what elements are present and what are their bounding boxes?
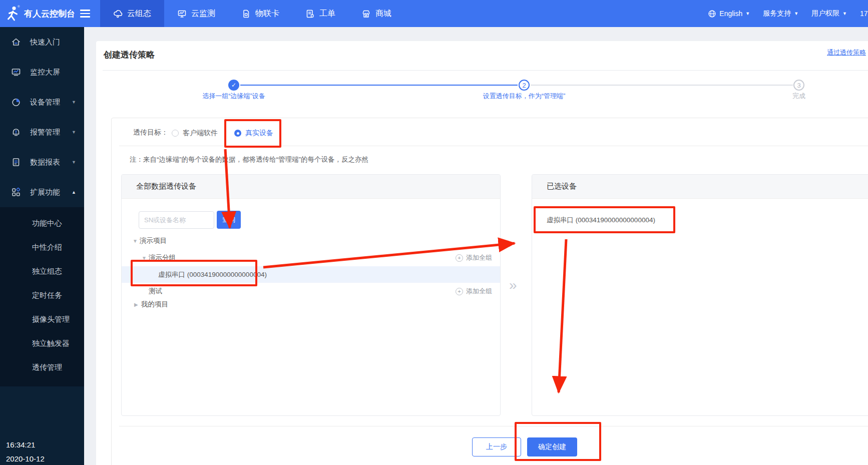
confirm-create-button[interactable]: 确定创建 [527, 437, 577, 456]
radio-real-device[interactable] [234, 130, 241, 137]
clock-date: 2020-10-12 [6, 454, 45, 463]
monitor-chart-icon [177, 9, 187, 19]
selected-devices-panel-header: 已选设备 最多选 [532, 175, 868, 199]
all-devices-panel-header: 全部数据透传设备 [122, 175, 500, 199]
sidebar-item-label: 监控大屏 [30, 68, 60, 77]
big-screen-icon [11, 67, 21, 77]
tree-group-row-test[interactable]: 测试 + 添加全组 [122, 285, 500, 298]
store-icon [361, 9, 371, 19]
tab-cloud-scada[interactable]: 云组态 [100, 0, 164, 27]
tab-label: 物联卡 [255, 9, 279, 19]
page-title: 创建透传策略 [104, 49, 155, 61]
title-divider [103, 70, 868, 71]
tree-group-row[interactable]: ▼ 演示分组 + 添加全组 [122, 251, 500, 264]
search-input[interactable] [139, 211, 214, 229]
sidebar-item-monitor-screen[interactable]: 监控大屏 [0, 57, 84, 87]
selected-devices-panel: 已选设备 最多选 虚拟串口 (00034190000000000004) [532, 174, 868, 416]
sidebar-item-alarm-mgmt[interactable]: 报警管理 ▼ [0, 117, 84, 147]
sidebar-item-data-report[interactable]: 数据报表 ▼ [0, 147, 84, 177]
all-devices-title: 全部数据透传设备 [136, 182, 196, 191]
step-3-label: 完成 [774, 92, 824, 101]
report-doc-icon [11, 157, 21, 167]
sidebar-item-quick-start[interactable]: 快速入门 [0, 27, 84, 57]
transfer-right-icon: » [509, 277, 517, 293]
target-label: 透传目标： [133, 128, 168, 137]
tab-label: 工单 [319, 9, 335, 19]
tree-project-label: 我的项目 [141, 300, 168, 309]
tab-work-order[interactable]: 工单 [292, 0, 348, 27]
sidebar-item-label: 设备管理 [30, 98, 60, 107]
tree-group-label: 测试 [149, 287, 162, 296]
language-menu[interactable]: English ▼ [708, 10, 750, 18]
top-navbar: ® 有人云控制台 云组态 云监测 物联卡 工单 [0, 0, 868, 27]
caret-expanded-icon: ▼ [142, 255, 149, 261]
radio-client-software[interactable] [172, 130, 179, 137]
chevron-down-icon: ▼ [72, 130, 76, 135]
pie-chart-icon [11, 97, 21, 107]
step-number: 3 [797, 82, 800, 89]
all-devices-panel: 全部数据透传设备 查询 ▼ 演示项目 ▼ 演示分组 + 添加全组 虚拟串口 (0… [121, 174, 501, 416]
cloud-icon [113, 9, 123, 19]
add-group-label: 添加全组 [466, 287, 492, 296]
sidebar-subitem-neutral-intro[interactable]: 中性介绍 [0, 235, 84, 259]
clock-time: 16:34:21 [6, 440, 35, 449]
menu-toggle-icon[interactable] [80, 10, 90, 18]
footer-divider [119, 426, 868, 426]
sidebar-subitem-camera-mgmt[interactable]: 摄像头管理 [0, 307, 84, 331]
step-2-label: 设置透传目标，作为“管理端” [462, 92, 587, 101]
console-title: 有人云控制台 [24, 8, 75, 20]
sim-card-icon [241, 9, 251, 19]
chevron-down-icon: ▼ [72, 100, 76, 105]
previous-step-button[interactable]: 上一步 [472, 437, 521, 456]
tab-label: 商城 [375, 9, 391, 19]
add-whole-group-button[interactable]: + 添加全组 [456, 287, 492, 296]
chevron-down-icon: ▼ [745, 12, 750, 16]
tab-cloud-monitor[interactable]: 云监测 [164, 0, 228, 27]
hint-note: 注：来自“边缘端”的每个设备的数据，都将透传给“管理端”的每个设备，反之亦然 [130, 155, 368, 164]
sidebar-subitem-standalone-scada[interactable]: 独立组态 [0, 259, 84, 283]
sidebar-item-extensions[interactable]: 扩展功能 ▲ [0, 177, 84, 207]
tree-project-row[interactable]: ▼ 演示项目 [122, 234, 500, 247]
add-whole-group-button[interactable]: + 添加全组 [456, 253, 492, 262]
search-button[interactable]: 查询 [217, 211, 241, 229]
sidebar-item-label: 扩展功能 [30, 188, 60, 197]
sidebar-item-label: 快速入门 [30, 38, 60, 47]
wizard-content: 透传目标： 客户端软件 真实设备 注：来自“边缘端”的每个设备的数据，都将透传给… [111, 118, 868, 465]
sidebar-item-label: 报警管理 [30, 128, 60, 137]
sidebar-subitem-function-center[interactable]: 功能中心 [0, 211, 84, 235]
tree-project-row-collapsed[interactable]: ▶ 我的项目 [122, 298, 500, 311]
selected-device-item[interactable]: 虚拟串口 (00034190000000000004) [547, 216, 655, 225]
tab-label: 云组态 [127, 9, 151, 19]
check-icon: ✓ [231, 82, 236, 89]
svg-text:®: ® [18, 5, 20, 8]
tree-device-row-selected[interactable]: 虚拟串口 (00034190000000000004) [122, 266, 500, 283]
sidebar: 快速入门 监控大屏 设备管理 ▼ 报警管理 ▼ 数据报表 [0, 27, 84, 465]
navbar-right-menu: English ▼ 服务支持 ▼ 用户权限 ▼ 17 [708, 0, 868, 27]
device-label: 虚拟串口 (00034190000000000004) [158, 270, 267, 279]
help-link[interactable]: 通过透传策略 [827, 48, 866, 57]
caret-expanded-icon: ▼ [133, 238, 140, 244]
tree-project-label: 演示项目 [140, 236, 167, 245]
circle-plus-icon: + [456, 288, 463, 295]
sidebar-subitem-scheduled-tasks[interactable]: 定时任务 [0, 283, 84, 307]
support-menu[interactable]: 服务支持 ▼ [763, 9, 798, 18]
usr-logo-icon: ® [5, 5, 20, 22]
tab-mall[interactable]: 商城 [348, 0, 404, 27]
radio-real-device-label[interactable]: 真实设备 [245, 129, 273, 138]
sidebar-subitem-passthrough-mgmt[interactable]: 透传管理 [0, 355, 84, 379]
work-order-icon [305, 9, 315, 19]
step-3-badge: 3 [793, 80, 804, 91]
step-connector-pending [531, 85, 793, 86]
radio-client-software-label[interactable]: 客户端软件 [183, 129, 218, 138]
account-number[interactable]: 17 [860, 10, 868, 18]
tab-label: 云监测 [191, 9, 215, 19]
permission-menu[interactable]: 用户权限 ▼ [811, 9, 847, 18]
chevron-down-icon: ▼ [72, 160, 76, 165]
chevron-down-icon: ▼ [794, 12, 798, 16]
add-group-label: 添加全组 [466, 253, 492, 262]
sidebar-subitem-standalone-trigger[interactable]: 独立触发器 [0, 331, 84, 355]
tree-group-label: 演示分组 [149, 253, 176, 262]
tab-iot-sim[interactable]: 物联卡 [228, 0, 292, 27]
circle-plus-icon: + [456, 254, 463, 262]
sidebar-item-device-mgmt[interactable]: 设备管理 ▼ [0, 87, 84, 117]
